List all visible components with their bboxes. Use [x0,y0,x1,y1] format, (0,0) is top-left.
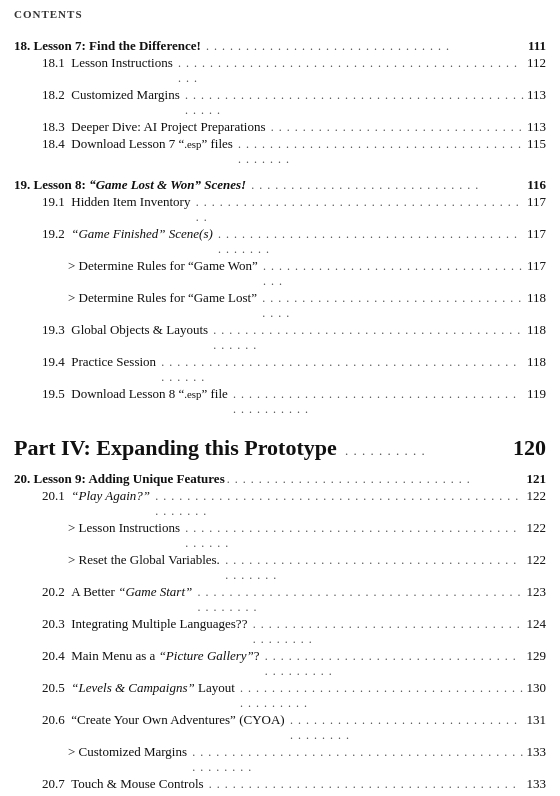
sub-20-5: 20.5 “Levels & Campaigns” Layout . . . .… [14,680,546,711]
contents-label: CONTENTS [14,8,83,20]
part-iv-title: Part IV: Expanding this Prototype [14,435,337,461]
sub-20-6: 20.6 “Create Your Own Adventures” (CYOA)… [14,712,546,743]
subsub-19-2-2-page: 118 [527,290,546,306]
subsub-19-2-1-page: 117 [527,258,546,274]
sub-18-3: 18.3 Deeper Dive: AI Project Preparation… [14,119,546,135]
sub-19-2: 19.2 “Game Finished” Scene(s) . . . . . … [14,226,546,257]
sub-20-5-page: 130 [527,680,547,696]
lesson-20-number: 20. [14,471,34,487]
sub-20-5-dots: . . . . . . . . . . . . . . . . . . . . … [240,681,524,711]
sub-20-2: 20.2 A Better “Game Start” . . . . . . .… [14,584,546,615]
sub-19-2-num: 19.2 [42,226,71,242]
part-iv-dots: . . . . . . . . . . [341,443,509,459]
sub-20-4-title: Main Menu as a “Picture Gallery”? [71,648,263,664]
subsub-19-2-2: > Determine Rules for “Game Lost” . . . … [14,290,546,321]
lesson-18-entry: 18. Lesson 7: Find the Difference! . . .… [14,38,546,54]
sub-18-4: 18.4 Download Lesson 7 “.esp” files . . … [14,136,546,167]
part-iv-heading: Part IV: Expanding this Prototype . . . … [14,435,546,461]
sub-20-2-dots: . . . . . . . . . . . . . . . . . . . . … [197,585,524,615]
sub-20-5-num: 20.5 [42,680,71,696]
sub-20-5-title: “Levels & Campaigns” Layout [71,680,238,696]
sub-19-3-title: Global Objects & Layouts [71,322,211,338]
sub-18-1-dots: . . . . . . . . . . . . . . . . . . . . … [178,56,525,86]
subsub-20-6-1: > Customized Margins . . . . . . . . . .… [14,744,546,775]
subsub-19-2-1: > Determine Rules for “Game Won” . . . .… [14,258,546,289]
sub-20-2-page: 123 [527,584,547,600]
sub-20-4-dots: . . . . . . . . . . . . . . . . . . . . … [265,649,525,679]
sub-18-4-title: Download Lesson 7 “.esp” files [71,136,236,152]
lesson-19-page: 116 [527,177,546,193]
sub-20-6-page: 131 [527,712,547,728]
sub-20-6-title: “Create Your Own Adventures” (CYOA) [71,712,288,728]
sub-19-2-dots: . . . . . . . . . . . . . . . . . . . . … [218,227,525,257]
sub-20-6-num: 20.6 [42,712,71,728]
part-iv-page: 120 [513,435,546,461]
sub-18-3-page: 113 [527,119,546,135]
sub-20-1-dots: . . . . . . . . . . . . . . . . . . . . … [155,489,524,519]
lesson-20-title: Lesson 9: Adding Unique Features [34,471,225,487]
sub-19-5-page: 119 [527,386,546,402]
sub-19-1-title: Hidden Item Inventory [71,194,193,210]
sub-19-1-dots: . . . . . . . . . . . . . . . . . . . . … [196,195,525,225]
subsub-19-2-1-title: > Determine Rules for “Game Won” [68,258,261,274]
sub-19-4-num: 19.4 [42,354,71,370]
subsub-20-1-1: > Lesson Instructions . . . . . . . . . … [14,520,546,551]
sub-20-3-num: 20.3 [42,616,71,632]
lesson-19-title: Lesson 8: “Game Lost & Won” Scenes! [34,177,250,193]
sub-20-1-title: “Play Again?” [71,488,153,504]
subsub-20-1-2-title: > Reset the Global Variables. [68,552,223,568]
sub-18-1-page: 112 [527,55,546,71]
sub-20-2-num: 20.2 [42,584,71,600]
sub-18-4-num: 18.4 [42,136,71,152]
sub-20-7: 20.7 Touch & Mouse Controls . . . . . . … [14,776,546,796]
sub-19-2-page: 117 [527,226,546,242]
sub-19-4-title: Practice Session [71,354,159,370]
sub-18-3-title: Deeper Dive: AI Project Preparations [71,119,268,135]
sub-19-4-dots: . . . . . . . . . . . . . . . . . . . . … [161,355,525,385]
sub-18-2-page: 113 [527,87,546,103]
lesson-19-entry: 19. Lesson 8: “Game Lost & Won” Scenes! … [14,177,546,193]
sub-20-1-page: 122 [527,488,547,504]
sub-20-3-title: Integrating Multiple Languages?? [71,616,250,632]
sub-20-7-num: 20.7 [42,776,71,792]
sub-19-1-page: 117 [527,194,546,210]
subsub-20-1-1-dots: . . . . . . . . . . . . . . . . . . . . … [185,521,524,551]
sub-18-2-num: 18.2 [42,87,71,103]
sub-19-5-dots: . . . . . . . . . . . . . . . . . . . . … [233,387,525,417]
sub-20-3: 20.3 Integrating Multiple Languages?? . … [14,616,546,647]
lesson-18-page: 111 [528,38,546,54]
sub-18-1-num: 18.1 [42,55,71,71]
sub-20-1-num: 20.1 [42,488,71,504]
sub-18-2: 18.2 Customized Margins . . . . . . . . … [14,87,546,118]
sub-19-3-num: 19.3 [42,322,71,338]
subsub-20-1-2: > Reset the Global Variables. . . . . . … [14,552,546,583]
sub-18-4-page: 115 [527,136,546,152]
sub-19-5-title: Download Lesson 8 “.esp” file [71,386,231,402]
sub-20-2-title: A Better “Game Start” [71,584,195,600]
sub-19-3-page: 118 [527,322,546,338]
sub-18-3-num: 18.3 [42,119,71,135]
lesson-18-dots: . . . . . . . . . . . . . . . . . . . . … [206,39,526,54]
subsub-20-6-1-page: 133 [527,744,547,760]
lesson-18-number: 18. [14,38,34,54]
sub-20-7-title: Touch & Mouse Controls [71,776,207,792]
lesson-20-entry: 20. Lesson 9: Adding Unique Features . .… [14,471,546,487]
subsub-20-1-2-page: 122 [527,552,547,568]
subsub-20-6-1-dots: . . . . . . . . . . . . . . . . . . . . … [192,745,524,775]
lesson-20-page: 121 [527,471,547,487]
sub-19-5: 19.5 Download Lesson 8 “.esp” file . . .… [14,386,546,417]
sub-20-6-dots: . . . . . . . . . . . . . . . . . . . . … [290,713,525,743]
sub-19-2-title: “Game Finished” Scene(s) [71,226,216,242]
sub-20-3-dots: . . . . . . . . . . . . . . . . . . . . … [253,617,525,647]
lesson-18-title: Lesson 7: Find the Difference! [34,38,205,54]
subsub-20-1-1-page: 122 [527,520,547,536]
sub-18-2-dots: . . . . . . . . . . . . . . . . . . . . … [185,88,525,118]
lesson-20-dots: . . . . . . . . . . . . . . . . . . . . … [227,472,525,487]
sub-19-1-num: 19.1 [42,194,71,210]
sub-19-4-page: 118 [527,354,546,370]
sub-20-7-dots: . . . . . . . . . . . . . . . . . . . . … [209,777,525,796]
subsub-20-6-1-title: > Customized Margins [68,744,190,760]
sub-19-4: 19.4 Practice Session . . . . . . . . . … [14,354,546,385]
sub-19-3-dots: . . . . . . . . . . . . . . . . . . . . … [213,323,525,353]
sub-20-7-page: 133 [527,776,547,792]
